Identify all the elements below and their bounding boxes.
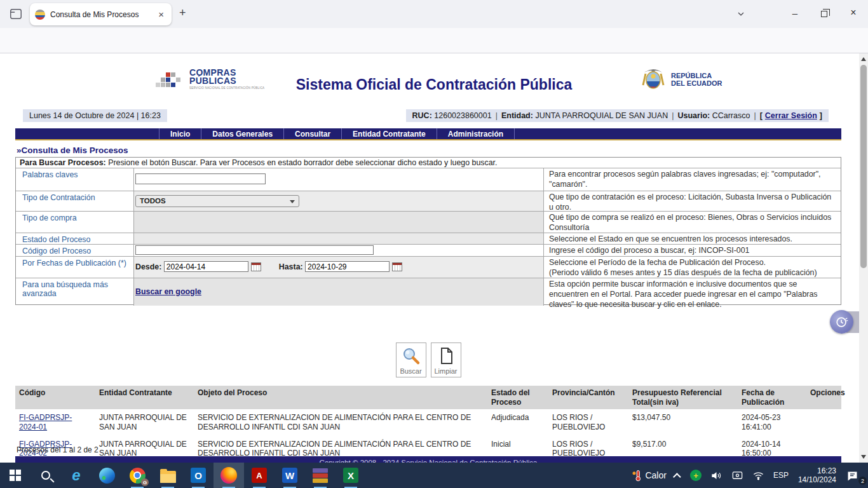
results-header-row: Código Entidad Contratante Objeto del Pr… bbox=[15, 386, 841, 409]
taskbar-clock[interactable]: 16:2314/10/2024 bbox=[793, 463, 841, 488]
browser-tab[interactable]: Consulta de Mis Procesos × bbox=[30, 3, 172, 25]
nav-item-inicio[interactable]: Inicio bbox=[159, 128, 201, 139]
intro-text: Presione el botón Buscar. Para ver Proce… bbox=[106, 158, 498, 167]
nav-item-consultar[interactable]: Consultar bbox=[283, 128, 341, 139]
form-row-fechas: Por Fechas de Publicación (*) Desde: Has… bbox=[16, 257, 841, 278]
buscar-en-google-link[interactable]: Buscar en google bbox=[135, 287, 201, 296]
webpage: COMPRAS PÚBLICAS SERVICIO NACIONAL DE CO… bbox=[0, 53, 868, 463]
codigo-label: Código del Proceso bbox=[16, 245, 134, 256]
winrar-icon[interactable] bbox=[305, 463, 336, 488]
firefox-icon[interactable] bbox=[214, 463, 244, 488]
search-icon bbox=[41, 471, 50, 480]
avanzada-help: Esta opción permite buscar información e… bbox=[544, 278, 841, 306]
clock-widget-icon[interactable] bbox=[830, 310, 853, 334]
limpiar-button[interactable]: Limpiar bbox=[431, 342, 461, 377]
page-footer: Copyright © 2008 - 2024 Servicio Naciona… bbox=[15, 456, 841, 463]
nav-item-administracion[interactable]: Administración bbox=[437, 128, 515, 139]
tipo-contratacion-value: TODOS bbox=[140, 197, 166, 205]
list-tabs-chevron-icon[interactable] bbox=[737, 10, 745, 18]
window-minimize-button[interactable]: – bbox=[780, 0, 810, 25]
col-provincia: Provincia/Cantón bbox=[548, 386, 628, 409]
cerrar-sesion-link[interactable]: Cerrar Sesión bbox=[765, 111, 817, 120]
republica-del-ecuador-logo: REPÚBLICA DEL ECUADOR bbox=[641, 66, 722, 93]
vertical-scrollbar[interactable] bbox=[859, 53, 868, 463]
tray-chevron-up[interactable] bbox=[671, 463, 686, 488]
scroll-up-arrow[interactable] bbox=[859, 55, 868, 64]
tab-close-icon[interactable]: × bbox=[156, 9, 166, 20]
excel-icon[interactable]: X bbox=[336, 463, 366, 488]
col-objeto: Objeto del Proceso bbox=[194, 386, 487, 409]
clock-date: 14/10/2024 bbox=[798, 475, 836, 484]
internet-explorer-icon[interactable]: e bbox=[61, 463, 92, 488]
antivirus-tray-icon[interactable]: + bbox=[686, 463, 706, 488]
logout-bracket-open: [ bbox=[760, 111, 763, 120]
logout-bracket-close: ] bbox=[820, 111, 822, 120]
fechas-label: Por Fechas de Publicación (*) bbox=[16, 257, 134, 278]
tab-title: Consulta de Mis Procesos bbox=[50, 10, 156, 19]
col-presupuesto: Presupuesto Referencial Total(sin iva) bbox=[628, 386, 738, 409]
weather-widget[interactable]: Calor bbox=[627, 463, 670, 488]
blank-page-icon bbox=[437, 346, 456, 365]
chrome-icon[interactable]: G bbox=[122, 463, 153, 488]
floating-extension-widget[interactable] bbox=[830, 310, 863, 334]
entidad-value: JUNTA PARROQUIAL DE SAN JUAN bbox=[535, 111, 668, 120]
tipo-contratacion-select[interactable]: TODOS bbox=[135, 195, 299, 207]
action-buttons: Buscar Limpiar bbox=[0, 342, 857, 377]
pagination-text: Procesos del 1 al 2 de 2 bbox=[17, 445, 98, 454]
calendar-icon[interactable] bbox=[251, 262, 261, 271]
wifi-tray-icon[interactable] bbox=[748, 463, 769, 488]
fecha-desde-input[interactable] bbox=[164, 261, 248, 272]
page-title: Sistema Oficial de Contratación Pública bbox=[0, 76, 868, 93]
chevron-down-icon bbox=[290, 200, 295, 203]
buscar-button[interactable]: Buscar bbox=[396, 342, 426, 377]
fechas-help2: (Periodo válido 6 meses antes y 15 días … bbox=[549, 268, 834, 278]
clock-time: 16:23 bbox=[798, 466, 836, 475]
browser-tabstrip: Consulta de Mis Procesos × + – × bbox=[0, 0, 868, 28]
new-tab-button[interactable]: + bbox=[179, 6, 186, 20]
system-tray: Calor + ESP 16:2314/10/2024 2 bbox=[627, 463, 868, 488]
taskbar-search-button[interactable] bbox=[31, 463, 61, 488]
codigo-proceso-input[interactable] bbox=[135, 245, 374, 255]
edge-icon[interactable] bbox=[92, 463, 122, 488]
cell-estado: Adjudicada bbox=[487, 409, 548, 435]
contratacion-help: Que tipo de contratación es el proceso: … bbox=[544, 191, 841, 211]
start-button[interactable] bbox=[0, 463, 31, 488]
compra-help: Qué tipo de compra se realizó en el proc… bbox=[544, 212, 841, 233]
word-icon[interactable]: W bbox=[275, 463, 305, 488]
col-entidad: Entidad Contratante bbox=[95, 386, 194, 409]
scrollbar-thumb[interactable] bbox=[860, 65, 867, 268]
palabras-claves-input[interactable] bbox=[135, 173, 266, 184]
language-indicator[interactable]: ESP bbox=[769, 463, 793, 488]
window-close-button[interactable]: × bbox=[839, 0, 868, 25]
acrobat-icon[interactable]: A bbox=[244, 463, 275, 488]
form-row-palabras: Palabras claves Para encontrar procesos … bbox=[16, 168, 841, 191]
firefox-view-icon[interactable] bbox=[8, 7, 24, 21]
session-info-bar: RUC: 1260023860001 | Entidad: JUNTA PARR… bbox=[406, 109, 829, 122]
proceso-link[interactable]: FI-GADPRSJP-2024-01 bbox=[19, 413, 72, 431]
cell-fecha: 2024-05-23 16:41:00 bbox=[738, 409, 806, 435]
outlook-icon[interactable]: O bbox=[183, 463, 214, 488]
volume-tray-icon[interactable] bbox=[706, 463, 727, 488]
thermometer-icon bbox=[631, 468, 644, 482]
nav-item-entidad-contratante[interactable]: Entidad Contratante bbox=[341, 128, 437, 139]
form-row-compra: Tipo de compra Qué tipo de compra se rea… bbox=[16, 212, 841, 233]
col-estado: Estado del Proceso bbox=[487, 386, 548, 409]
hasta-label: Hasta: bbox=[279, 262, 303, 271]
fecha-hasta-input[interactable] bbox=[305, 261, 390, 272]
cell-objeto: SERVICIO DE EXTERNALIZACION DE ALIMENTAC… bbox=[194, 409, 487, 435]
desde-label: Desde: bbox=[135, 262, 161, 271]
contratacion-label: Tipo de Contratación bbox=[16, 191, 134, 211]
window-restore-button[interactable] bbox=[810, 0, 839, 25]
file-explorer-icon[interactable] bbox=[153, 463, 183, 488]
ruc-value: 1260023860001 bbox=[434, 111, 491, 120]
calendar-icon[interactable] bbox=[392, 262, 402, 271]
cell-provincia: LOS RIOS / PUEBLOVIEJO bbox=[548, 409, 628, 435]
cast-display-tray-icon[interactable] bbox=[727, 463, 748, 488]
form-intro-row: Para Buscar Procesos: Presione el botón … bbox=[16, 158, 841, 168]
notification-center-button[interactable]: 2 bbox=[841, 463, 868, 488]
ecuador-coat-of-arms-icon bbox=[641, 66, 666, 93]
screen: Consulta de Mis Procesos × + – × ← → ⟳ h… bbox=[0, 0, 868, 488]
col-opciones: Opciones bbox=[806, 386, 841, 409]
scroll-down-arrow[interactable] bbox=[859, 452, 868, 461]
nav-item-datos-generales[interactable]: Datos Generales bbox=[201, 128, 283, 139]
